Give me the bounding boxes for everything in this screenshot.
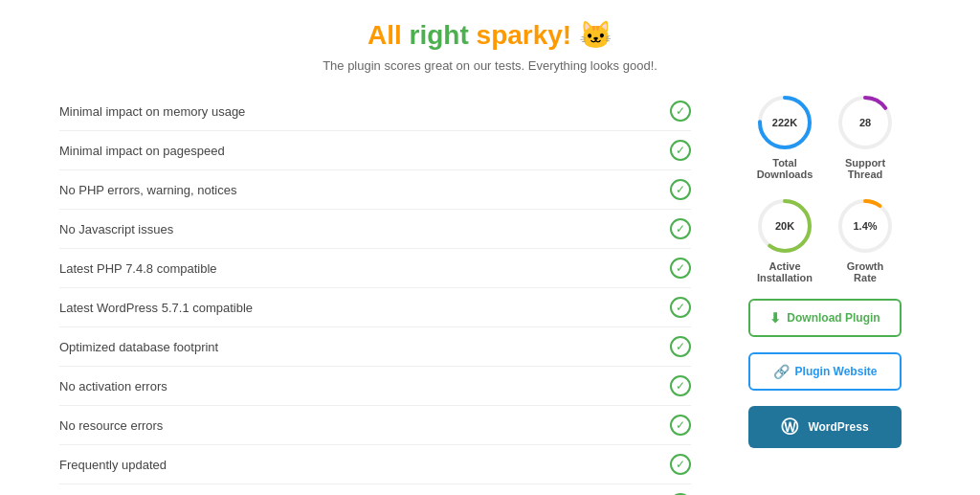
- stats-row-1: 222K TotalDownloads 28 SupportThread: [754, 92, 896, 180]
- check-item-label: No activation errors: [59, 379, 167, 394]
- check-item: No resource errors✓: [59, 406, 691, 445]
- check-icon: ✓: [670, 415, 691, 436]
- stat-value-active-installation: 20K: [775, 220, 794, 232]
- circle-active-installation: 20K: [754, 195, 815, 257]
- title-sparky: sparky! 🐱: [477, 20, 612, 50]
- stat-item-growth-rate: 1.4% GrowthRate: [835, 195, 896, 283]
- main-content: Minimal impact on memory usage✓Minimal i…: [59, 92, 921, 495]
- stats-row-2: 20K ActiveInstallation 1.4% GrowthRate: [754, 195, 896, 283]
- stat-label-growth-rate: GrowthRate: [847, 260, 884, 283]
- check-item: No Javascript issues✓: [59, 210, 691, 249]
- check-item: Latest WordPress 5.7.1 compatible✓: [59, 288, 691, 327]
- stat-item-total-downloads: 222K TotalDownloads: [754, 92, 815, 180]
- stat-value-growth-rate: 1.4%: [853, 220, 877, 232]
- check-icon: ✓: [670, 454, 691, 475]
- check-item: Optimized database footprint✓: [59, 327, 691, 367]
- wordpress-label: WordPress: [808, 420, 868, 434]
- page-header: All right sparky! 🐱: [368, 19, 612, 51]
- title-all: All: [368, 20, 402, 50]
- check-item-label: No PHP errors, warning, notices: [59, 183, 236, 197]
- check-icon: ✓: [670, 258, 691, 279]
- check-item: Latest PHP 7.4.8 compatible✓: [59, 249, 691, 288]
- check-item-label: Latest WordPress 5.7.1 compatible: [59, 301, 253, 315]
- stat-item-active-installation: 20K ActiveInstallation: [754, 195, 815, 283]
- download-label: Download Plugin: [787, 311, 880, 325]
- stat-label-total-downloads: TotalDownloads: [757, 157, 813, 180]
- download-icon: ⬇: [769, 310, 781, 326]
- check-item: No activation errors✓: [59, 367, 691, 406]
- check-item: No problems were detected during tests.✓: [59, 484, 691, 495]
- check-list: Minimal impact on memory usage✓Minimal i…: [59, 92, 691, 495]
- check-item-label: Minimal impact on pagespeed: [59, 144, 225, 158]
- check-item-label: Frequently updated: [59, 458, 167, 472]
- circle-growth-rate: 1.4%: [835, 195, 896, 257]
- check-icon: ✓: [670, 218, 691, 239]
- check-icon: ✓: [670, 336, 691, 357]
- check-item: Minimal impact on memory usage✓: [59, 92, 691, 131]
- check-item-label: No Javascript issues: [59, 222, 173, 236]
- check-icon: ✓: [670, 375, 691, 396]
- sidebar: 222K TotalDownloads 28 SupportThread 20K: [729, 92, 921, 495]
- title-right: right: [410, 20, 469, 50]
- check-icon: ✓: [670, 101, 691, 122]
- subtitle-text: The plugin scores great on our tests. Ev…: [323, 58, 657, 73]
- website-icon: 🔗: [773, 364, 790, 379]
- check-icon: ✓: [670, 297, 691, 318]
- circle-support-thread: 28: [835, 92, 896, 153]
- check-icon: ✓: [670, 179, 691, 200]
- wordpress-button[interactable]: Ⓦ WordPress: [748, 406, 902, 448]
- wordpress-icon: Ⓦ: [781, 416, 798, 439]
- circle-total-downloads: 222K: [754, 92, 815, 153]
- check-item: Minimal impact on pagespeed✓: [59, 131, 691, 170]
- check-item-label: Latest PHP 7.4.8 compatible: [59, 261, 217, 276]
- download-plugin-button[interactable]: ⬇ Download Plugin: [748, 299, 902, 337]
- stat-value-support-thread: 28: [859, 117, 871, 128]
- check-item-label: Minimal impact on memory usage: [59, 104, 245, 119]
- stat-label-active-installation: ActiveInstallation: [757, 260, 813, 283]
- website-label: Plugin Website: [795, 365, 878, 378]
- stat-label-support-thread: SupportThread: [845, 157, 885, 180]
- stat-value-total-downloads: 222K: [772, 117, 797, 128]
- page-title: All right sparky! 🐱: [368, 19, 612, 51]
- check-item: Frequently updated✓: [59, 445, 691, 484]
- plugin-website-button[interactable]: 🔗 Plugin Website: [748, 352, 902, 391]
- check-item: No PHP errors, warning, notices✓: [59, 170, 691, 210]
- check-item-label: Optimized database footprint: [59, 340, 218, 354]
- check-icon: ✓: [670, 140, 691, 161]
- stat-item-support-thread: 28 SupportThread: [835, 92, 896, 180]
- check-item-label: No resource errors: [59, 418, 163, 433]
